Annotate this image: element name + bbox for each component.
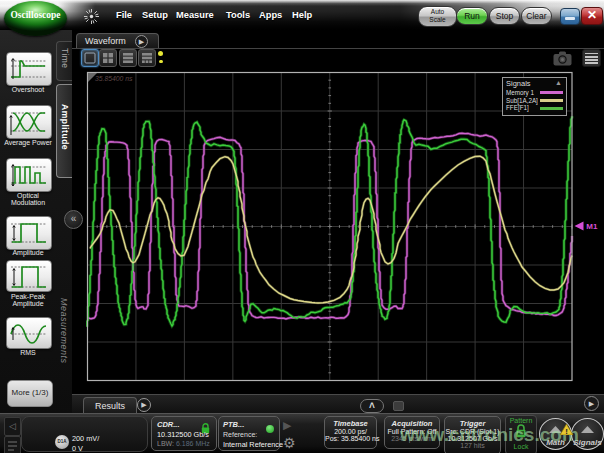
svg-text:35.85400 ns: 35.85400 ns <box>95 75 133 82</box>
svg-text:!: ! <box>565 427 568 436</box>
